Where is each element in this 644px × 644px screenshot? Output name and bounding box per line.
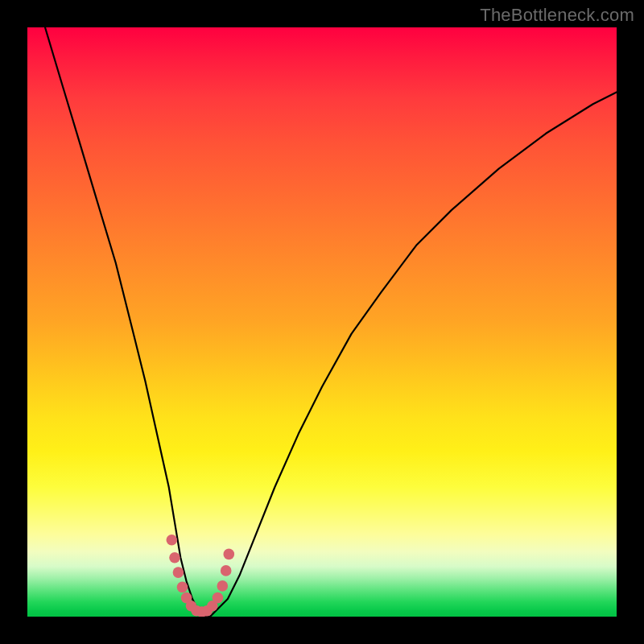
chart-frame: TheBottleneck.com <box>0 0 644 644</box>
optimal-marker <box>169 552 180 564</box>
chart-svg <box>27 27 617 617</box>
optimal-marker <box>173 567 184 578</box>
optimal-region-markers <box>167 535 235 617</box>
optimal-marker <box>224 549 235 560</box>
optimal-marker <box>221 565 232 576</box>
optimal-marker <box>217 580 229 592</box>
optimal-marker <box>213 592 224 604</box>
optimal-marker <box>167 535 178 546</box>
optimal-marker <box>177 582 188 593</box>
watermark-text: TheBottleneck.com <box>480 5 634 26</box>
bottleneck-curve <box>45 27 617 617</box>
plot-area <box>27 27 617 617</box>
